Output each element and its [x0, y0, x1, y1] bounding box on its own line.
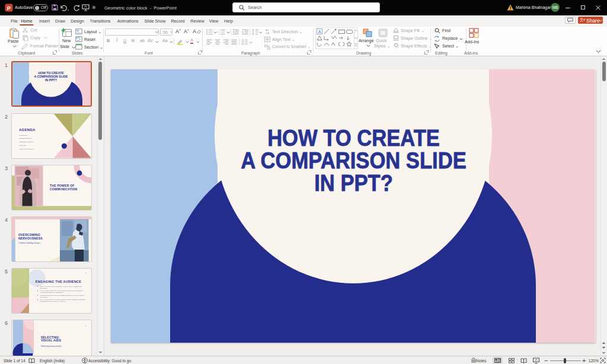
svg-text:Enhancing your presentation: Enhancing your presentation	[41, 345, 62, 347]
svg-text:VISUAL AIDS: VISUAL AIDS	[41, 339, 62, 342]
svg-text:Introduction: Introduction	[19, 135, 27, 136]
svg-text:A: A	[318, 30, 321, 34]
svg-text:COMMUNICATION: COMMUNICATION	[50, 187, 78, 191]
svg-text:A COMPARISON SLIDE: A COMPARISON SLIDE	[34, 75, 68, 78]
svg-text:Confidence-building strategies: Confidence-building strategies	[18, 242, 41, 244]
svg-text:participation: participation	[40, 296, 47, 298]
svg-text:and making sure the audience f: and making sure the audience feel involv…	[40, 301, 66, 302]
svg-text:Building confidence: Building confidence	[19, 138, 33, 139]
svg-text:AGENDA: AGENDA	[19, 128, 36, 132]
svg-text:your message memorable and imp: your message memorable and impactful	[40, 292, 63, 293]
svg-text:NERVOUSNESS: NERVOUSNESS	[18, 237, 43, 240]
svg-text:P: P	[7, 5, 11, 11]
svg-text:Final tips & takeaways: Final tips & takeaways	[19, 148, 34, 150]
svg-text:Visual aids: Visual aids	[19, 145, 26, 146]
svg-text:IN PPT?: IN PPT?	[45, 78, 57, 82]
svg-text:involvement: involvement	[40, 288, 47, 289]
svg-text:Engaging the audience: Engaging the audience	[19, 141, 34, 143]
svg-text:ENGAGING THE AUDIENCE: ENGAGING THE AUDIENCE	[36, 280, 81, 283]
